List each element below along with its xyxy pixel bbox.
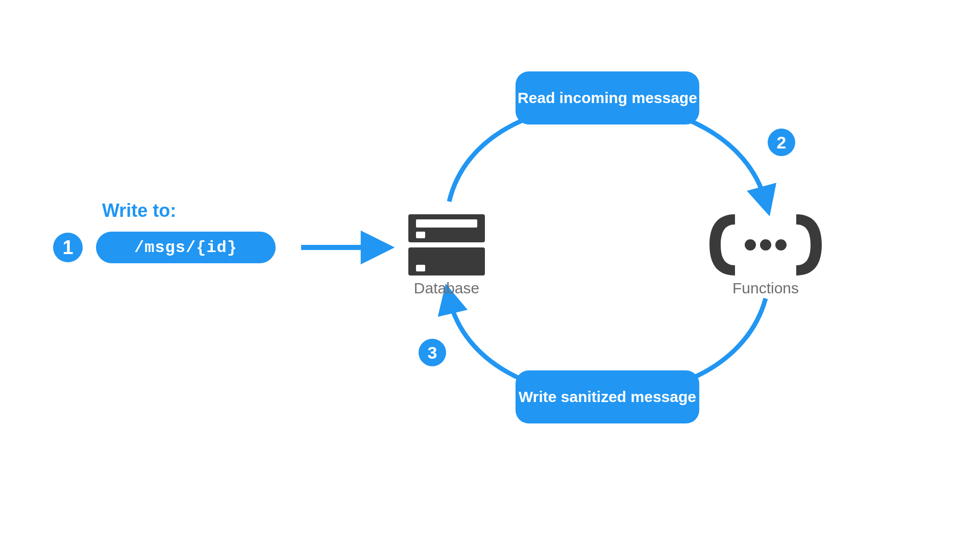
svg-point-8 bbox=[775, 239, 787, 251]
database-icon bbox=[408, 214, 485, 276]
step-badge-1: 1 bbox=[53, 233, 83, 262]
step-badge-2: 2 bbox=[768, 129, 795, 156]
functions-label: Functions bbox=[725, 280, 806, 297]
svg-rect-1 bbox=[416, 219, 477, 228]
path-pill: /msgs/{id} bbox=[96, 232, 276, 263]
functions-icon bbox=[709, 214, 822, 276]
svg-point-7 bbox=[760, 239, 771, 251]
svg-rect-2 bbox=[416, 232, 425, 238]
database-label: Database bbox=[408, 280, 485, 297]
svg-point-6 bbox=[745, 239, 756, 251]
svg-rect-4 bbox=[416, 253, 477, 261]
write-to-label: Write to: bbox=[102, 200, 176, 221]
flow-label-top: Read incoming message bbox=[516, 71, 699, 124]
svg-rect-5 bbox=[416, 265, 425, 271]
step-badge-3: 3 bbox=[419, 339, 446, 366]
flow-label-bottom: Write sanitized message bbox=[516, 370, 699, 423]
